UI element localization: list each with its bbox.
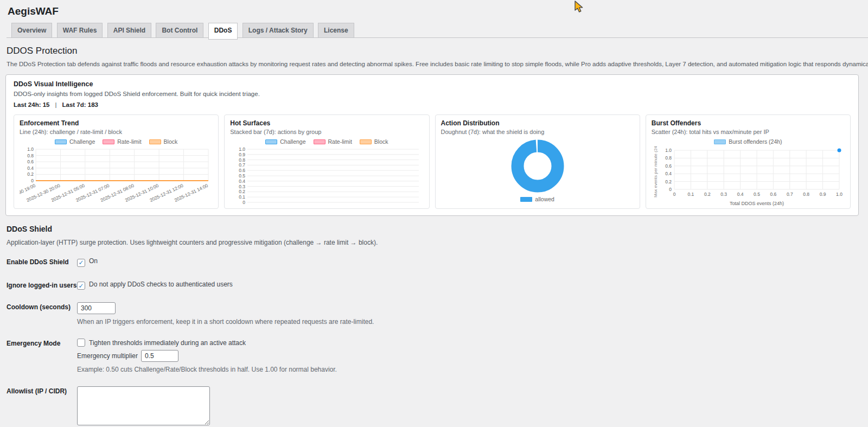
svg-text:0.3: 0.3: [239, 184, 245, 189]
enable-shield-label: Enable DDoS Shield: [7, 257, 77, 266]
ddos-shield-heading: DDoS Shield: [7, 225, 868, 233]
panel-enforcement-trend: Enforcement Trend Line (24h): challenge …: [14, 114, 219, 209]
legend-label: Block: [164, 138, 178, 145]
svg-text:0.5: 0.5: [239, 173, 245, 179]
svg-text:0: 0: [243, 200, 246, 205]
svg-text:Total DDOS events (24h): Total DDOS events (24h): [730, 201, 784, 206]
row-emergency-mode: Emergency Mode Tighten thresholds immedi…: [7, 339, 868, 373]
chart-title: Action Distribution: [441, 119, 634, 127]
legend-item[interactable]: Burst offenders (24h): [714, 138, 782, 145]
chart-title: Enforcement Trend: [20, 119, 213, 127]
tab-logs-attack-story[interactable]: Logs / Attack Story: [242, 23, 314, 38]
emergency-multiplier-input[interactable]: [141, 350, 178, 362]
chart-subtitle: Scatter (24h): total hits vs max/minute …: [652, 129, 845, 135]
svg-text:0.7: 0.7: [787, 192, 793, 197]
bar-chart-canvas: 1.00.90.80.70.60.50.40.30.20.10: [230, 146, 423, 207]
row-ignore-logged-in: Ignore logged-in users Do not apply DDoS…: [7, 281, 868, 290]
svg-text:0.8: 0.8: [27, 153, 34, 158]
legend-swatch: [360, 139, 372, 144]
svg-text:0.5: 0.5: [754, 192, 760, 197]
panel-hot-surfaces: Hot Surfaces Stacked bar (7d): actions b…: [224, 114, 429, 209]
legend-item[interactable]: Challenge: [265, 138, 305, 145]
legend-label: allowed: [535, 196, 554, 202]
ddos-shield-description: Application-layer (HTTP) surge protectio…: [7, 239, 868, 246]
tab-bar: Overview WAF Rules API Shield Bot Contro…: [7, 23, 868, 38]
legend-item[interactable]: Block: [149, 138, 178, 145]
svg-text:1.0: 1.0: [836, 192, 843, 197]
svg-text:0.9: 0.9: [239, 152, 245, 157]
legend-label: Burst offenders (24h): [729, 138, 782, 145]
allowlist-label: Allowlist (IP / CIDR): [7, 386, 77, 395]
svg-text:0: 0: [669, 187, 672, 192]
page-title: DDOS Protection: [7, 46, 868, 56]
page: AegisWAF Overview WAF Rules API Shield B…: [0, 0, 868, 427]
chart-title: Burst Offenders: [652, 119, 845, 127]
legend-swatch: [149, 139, 161, 144]
chart-panels: Enforcement Trend Line (24h): challenge …: [14, 114, 851, 209]
emergency-mode-checkbox[interactable]: [77, 339, 85, 347]
chart-subtitle: Line (24h): challenge / rate-limit / blo…: [20, 129, 213, 135]
panel-action-distribution: Action Distribution Doughnut (7d): what …: [435, 114, 640, 209]
ignore-logged-in-checkbox-label: Do not apply DDoS checks to authenticate…: [89, 281, 233, 288]
svg-text:0.4: 0.4: [737, 192, 743, 197]
legend-item[interactable]: Block: [360, 138, 388, 145]
chart-subtitle: Doughnut (7d): what the shield is doing: [441, 129, 634, 135]
legend-item[interactable]: Rate-limit: [314, 138, 352, 145]
legend-swatch: [314, 139, 326, 144]
allowlist-textarea[interactable]: [77, 386, 210, 425]
chart-legend: allowed: [441, 195, 634, 203]
tab-ddos[interactable]: DDoS: [208, 23, 238, 40]
legend-item[interactable]: Rate-limit: [103, 138, 141, 145]
svg-text:0.4: 0.4: [665, 171, 672, 176]
svg-text:1.0: 1.0: [239, 146, 245, 152]
enable-shield-checkbox-label: On: [89, 257, 98, 265]
stat-last-7d: Last 7d: 183: [62, 101, 98, 108]
svg-text:Max events per minute (24h): Max events per minute (24h): [653, 146, 658, 197]
legend-label: Rate-limit: [117, 138, 141, 145]
legend-label: Block: [374, 138, 388, 145]
legend-item[interactable]: allowed: [520, 196, 554, 202]
row-allowlist: Allowlist (IP / CIDR) One per line. Exam…: [7, 386, 868, 427]
svg-text:0.6: 0.6: [27, 159, 34, 164]
cooldown-input[interactable]: [77, 302, 116, 314]
svg-text:0.2: 0.2: [239, 189, 245, 194]
tab-bot-control[interactable]: Bot Control: [156, 23, 203, 38]
legend-swatch: [520, 197, 532, 202]
legend-label: Challenge: [280, 138, 305, 145]
cooldown-help: When an IP triggers enforcement, keep it…: [77, 318, 374, 326]
emergency-mode-checkbox-label: Tighten thresholds immediately during an…: [89, 339, 246, 347]
legend-swatch: [103, 139, 114, 144]
card-stats: Last 24h: 15 | Last 7d: 183: [14, 101, 851, 108]
legend-label: Challenge: [69, 138, 95, 145]
chart-subtitle: Stacked bar (7d): actions by group: [230, 129, 423, 135]
scatter-chart-canvas: 1.00.80.60.40.2000.10.20.30.40.50.60.70.…: [652, 146, 845, 208]
svg-text:0.6: 0.6: [665, 163, 672, 169]
visual-intelligence-card: DDoS Visual Intelligence DDOS-only insig…: [5, 74, 859, 216]
ignore-logged-in-checkbox[interactable]: [77, 282, 85, 290]
svg-text:0.1: 0.1: [239, 194, 245, 200]
ignore-logged-in-label: Ignore logged-in users: [7, 281, 77, 289]
app-title: AegisWAF: [7, 4, 868, 23]
svg-text:0.3: 0.3: [720, 192, 727, 197]
card-subtitle: DDOS-only insights from logged DDoS Shie…: [14, 91, 851, 97]
chart-legend: ChallengeRate-limitBlock: [230, 137, 423, 146]
tab-overview[interactable]: Overview: [11, 23, 52, 38]
legend-item[interactable]: Challenge: [55, 138, 95, 145]
svg-text:1.0: 1.0: [665, 148, 672, 153]
line-chart-canvas: 1.00.80.60.40.202025-12-30 19:002025-12-…: [20, 146, 213, 206]
tab-waf-rules[interactable]: WAF Rules: [57, 23, 103, 38]
svg-text:0.1: 0.1: [687, 192, 694, 197]
enable-shield-checkbox[interactable]: [77, 259, 85, 267]
cooldown-label: Cooldown (seconds): [7, 302, 77, 311]
emergency-mode-label: Emergency Mode: [7, 339, 77, 347]
svg-text:0.6: 0.6: [770, 192, 776, 197]
svg-text:0.2: 0.2: [665, 179, 672, 184]
emergency-mode-help: Example: 0.50 cuts Challenge/Rate/Block …: [77, 366, 337, 373]
chart-legend: Burst offenders (24h): [652, 137, 845, 146]
svg-text:0.6: 0.6: [239, 168, 245, 173]
tab-license[interactable]: License: [318, 23, 354, 38]
svg-text:0.4: 0.4: [27, 165, 34, 171]
stat-last-24h: Last 24h: 15: [14, 101, 49, 108]
tab-api-shield[interactable]: API Shield: [107, 23, 151, 38]
legend-swatch: [714, 139, 726, 144]
